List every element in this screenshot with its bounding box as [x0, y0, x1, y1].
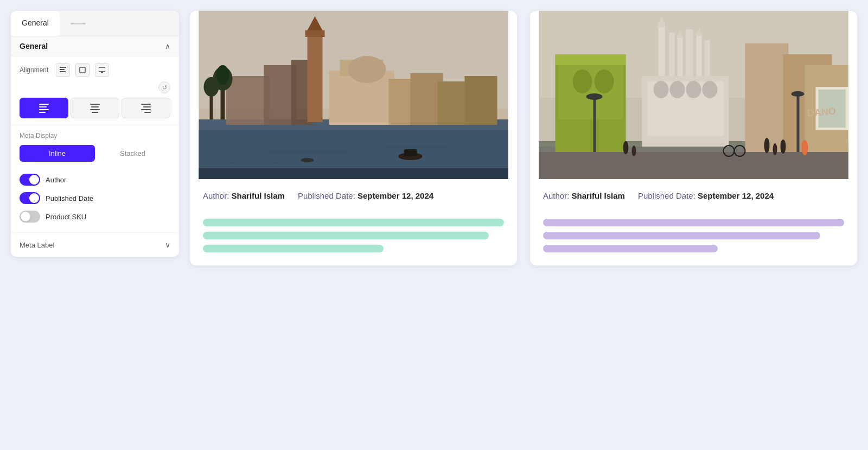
svg-point-55 [686, 81, 701, 98]
meta-label-text: Meta Label [20, 241, 54, 249]
svg-point-30 [204, 77, 219, 97]
align-icon-desktop[interactable] [95, 63, 109, 77]
card-milan: DANO Author: Shariful Islam Published Da… [530, 11, 857, 265]
milan-author-value: Shariful Islam [572, 191, 625, 200]
svg-rect-4 [99, 67, 105, 72]
milan-date: Published Date: September 12, 2024 [638, 190, 774, 202]
svg-point-74 [586, 93, 603, 100]
venice-author-value: Shariful Islam [232, 191, 285, 200]
card-venice: Author: Shariful Islam Published Date: S… [190, 11, 517, 265]
skeleton-line-3 [203, 245, 384, 252]
svg-point-70 [781, 140, 786, 154]
svg-rect-3 [80, 67, 85, 73]
skeleton-line-3 [543, 245, 718, 252]
stacked-button[interactable]: Stacked [95, 145, 170, 162]
venice-image [190, 11, 517, 179]
tab-dash [71, 23, 86, 24]
align-right-button[interactable] [122, 98, 170, 118]
cards-row: Author: Shariful Islam Published Date: S… [190, 11, 857, 265]
toggle-knob-product-sku [21, 212, 30, 221]
align-icon-mobile[interactable] [56, 63, 70, 77]
section-title: General [20, 42, 48, 50]
svg-point-53 [654, 81, 669, 98]
svg-point-66 [623, 141, 629, 154]
card-milan-meta: Author: Shariful Islam Published Date: S… [530, 179, 857, 213]
meta-display-toggle-group: Inline Stacked [20, 145, 170, 162]
svg-rect-59 [558, 65, 623, 119]
inline-button[interactable]: Inline [20, 145, 95, 162]
milan-skeleton [530, 213, 857, 265]
venice-author-label: Author: [203, 191, 229, 200]
chevron-up-icon: ∧ [165, 42, 170, 50]
align-center-button[interactable] [71, 98, 119, 118]
product-sku-toggle-label: Product SKU [46, 213, 86, 221]
reset-row: ↺ [11, 81, 179, 98]
svg-point-12 [226, 161, 280, 164]
tab-general[interactable]: General [11, 11, 60, 36]
milan-date-value: September 12, 2024 [698, 191, 774, 200]
svg-rect-62 [745, 43, 789, 152]
svg-rect-19 [305, 30, 325, 37]
svg-rect-65 [539, 152, 848, 179]
venice-date: Published Date: September 12, 2024 [298, 190, 433, 202]
tab-inactive[interactable] [60, 11, 97, 36]
published-date-toggle[interactable] [20, 192, 40, 204]
svg-point-80 [802, 140, 808, 155]
milan-image: DANO [530, 11, 857, 179]
alignment-row: Alignment [11, 56, 179, 81]
skeleton-line-2 [543, 232, 820, 239]
published-date-toggle-row: Published Date [20, 189, 170, 207]
reset-button[interactable]: ↺ [158, 81, 170, 93]
milan-author: Author: Shariful Islam [543, 190, 625, 202]
svg-point-69 [773, 143, 777, 155]
toggle-knob-author [29, 175, 39, 185]
svg-point-11 [384, 145, 449, 148]
venice-date-value: September 12, 2024 [358, 191, 433, 200]
svg-point-67 [632, 145, 636, 156]
svg-point-54 [670, 81, 685, 98]
venice-scene-svg [190, 11, 517, 179]
svg-point-68 [764, 138, 770, 153]
svg-point-61 [595, 69, 614, 93]
svg-rect-13 [226, 76, 270, 125]
card-venice-meta: Author: Shariful Islam Published Date: S… [190, 179, 517, 213]
venice-skeleton [190, 213, 517, 265]
svg-rect-32 [404, 149, 417, 156]
settings-sidebar: General General ∧ Alignment ↺ [11, 11, 179, 257]
milan-date-label: Published Date: [638, 191, 695, 200]
published-date-toggle-label: Published Date [46, 194, 93, 202]
svg-rect-34 [199, 168, 508, 179]
author-toggle-row: Author [20, 170, 170, 189]
general-section-header[interactable]: General ∧ [11, 36, 179, 56]
svg-rect-25 [465, 76, 497, 125]
main-content: Author: Shariful Islam Published Date: S… [190, 11, 857, 265]
svg-point-28 [216, 65, 229, 85]
svg-rect-73 [593, 98, 596, 152]
svg-rect-1 [60, 69, 65, 70]
product-sku-toggle[interactable] [20, 211, 40, 223]
svg-point-21 [348, 56, 386, 83]
meta-label-row[interactable]: Meta Label ∨ [11, 232, 179, 257]
svg-point-10 [264, 150, 351, 154]
svg-point-33 [301, 158, 314, 162]
alignment-buttons [11, 98, 179, 125]
venice-date-label: Published Date: [298, 191, 355, 200]
author-toggle[interactable] [20, 174, 40, 186]
svg-point-76 [792, 91, 805, 97]
chevron-down-icon: ∨ [165, 240, 170, 249]
svg-rect-58 [556, 54, 626, 65]
venice-author: Author: Shariful Islam [203, 190, 285, 202]
meta-display-label: Meta Display [20, 132, 170, 140]
svg-rect-75 [797, 95, 800, 152]
svg-point-56 [703, 81, 718, 98]
skeleton-line-1 [203, 219, 504, 226]
product-sku-toggle-row: Product SKU [20, 207, 170, 226]
align-icon-tablet[interactable] [75, 63, 90, 77]
svg-rect-2 [60, 71, 66, 72]
sidebar-tabs: General [11, 11, 179, 36]
svg-point-60 [573, 69, 592, 93]
align-left-button[interactable] [20, 98, 68, 118]
alignment-label: Alignment [20, 66, 48, 74]
author-toggle-label: Author [46, 176, 66, 184]
milan-author-label: Author: [543, 191, 569, 200]
